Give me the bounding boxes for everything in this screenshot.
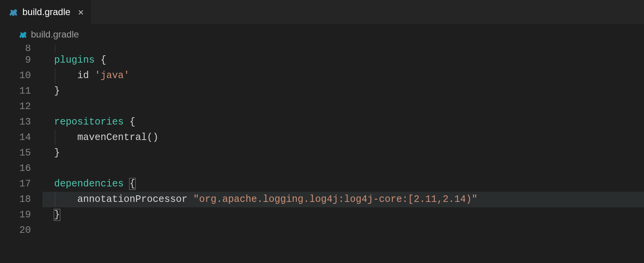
code-line[interactable]: annotationProcessor "org.apache.logging.…: [43, 192, 644, 207]
code-line[interactable]: dependencies {: [43, 176, 644, 192]
line-number: 14: [0, 130, 31, 145]
code-token: annotationProcessor: [77, 194, 187, 205]
code-token: [95, 55, 101, 66]
code-token: plugins: [54, 55, 95, 66]
code-token: mavenCentral: [77, 132, 147, 143]
line-number: 8: [0, 45, 31, 53]
code-token: [187, 194, 193, 205]
code-line[interactable]: repositories {: [43, 114, 644, 130]
indent-guide: [55, 45, 78, 53]
code-token: 'java': [95, 70, 129, 81]
code-line[interactable]: }: [43, 145, 644, 161]
line-number: 11: [0, 84, 31, 99]
code-line[interactable]: plugins {: [43, 53, 644, 68]
code-token: [43, 178, 54, 190]
code-token: [89, 70, 95, 81]
line-number: 17: [0, 176, 31, 192]
breadcrumb-label[interactable]: build.gradle: [31, 29, 79, 40]
indent-guide: [55, 68, 78, 84]
close-icon[interactable]: ✕: [78, 7, 83, 18]
code-editor[interactable]: 891011121314151617181920 plugins { id 'j…: [0, 45, 644, 263]
line-number: 20: [0, 223, 31, 238]
code-token: [43, 116, 54, 128]
code-line[interactable]: [43, 45, 644, 53]
tab-bar: build.gradle ✕: [0, 0, 644, 24]
line-number: 16: [0, 161, 31, 176]
code-token: [43, 209, 54, 220]
code-token: [43, 147, 54, 159]
line-number: 9: [0, 53, 31, 68]
code-token: "org.apache.logging.log4j:log4j-core:[2.…: [193, 194, 477, 205]
line-number: 13: [0, 114, 31, 130]
code-line[interactable]: }: [43, 84, 644, 99]
code-line[interactable]: [43, 161, 644, 176]
code-line[interactable]: id 'java': [43, 68, 644, 84]
line-number: 18: [0, 192, 31, 207]
indent-guide: [55, 130, 78, 145]
code-token: [124, 116, 129, 128]
code-line[interactable]: }: [43, 207, 644, 223]
code-token: [43, 55, 54, 66]
gradle-elephant-icon: [7, 7, 18, 17]
code-token: }: [54, 147, 60, 159]
code-token: [43, 85, 54, 97]
line-number: 10: [0, 68, 31, 84]
indent-guide: [55, 192, 78, 207]
code-token: {: [129, 178, 136, 190]
code-token: dependencies: [54, 178, 124, 190]
code-token: }: [54, 85, 60, 97]
breadcrumb-bar: build.gradle: [0, 24, 644, 45]
code-area[interactable]: plugins { id 'java' } repositories { mav…: [43, 45, 644, 263]
code-line[interactable]: [43, 223, 644, 238]
tab-label: build.gradle: [22, 7, 70, 17]
line-number: 15: [0, 145, 31, 161]
code-token: [124, 178, 129, 190]
line-number: 19: [0, 207, 31, 223]
code-token: repositories: [54, 116, 124, 128]
code-token: }: [54, 209, 60, 221]
tab-build-gradle[interactable]: build.gradle ✕: [0, 0, 91, 24]
code-line[interactable]: [43, 99, 644, 114]
gradle-elephant-icon: [17, 29, 27, 39]
code-token: {: [101, 55, 106, 66]
code-token: (): [147, 132, 158, 143]
code-token: {: [129, 116, 135, 128]
code-line[interactable]: mavenCentral(): [43, 130, 644, 145]
line-number-gutter: 891011121314151617181920: [0, 45, 43, 263]
line-number: 12: [0, 99, 31, 114]
code-token: id: [77, 70, 89, 81]
